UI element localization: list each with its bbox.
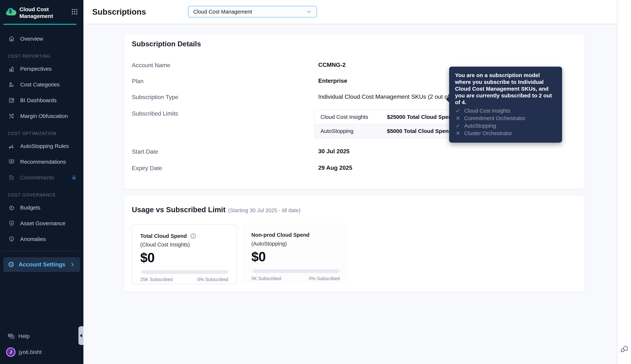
account-name-value: CCMNG-2 xyxy=(318,62,346,68)
plan-label: Plan xyxy=(132,78,143,84)
home-icon xyxy=(8,35,16,43)
username: jyoti.bisht xyxy=(19,349,42,355)
app-grid-icon[interactable] xyxy=(71,8,78,16)
sidebar-item-label: Anomalies xyxy=(20,236,46,242)
usage-card-total-cloud-spend: Total Cloud Spend (Cloud Cost Insights) … xyxy=(132,224,237,284)
collapse-arrow-icon xyxy=(80,334,82,338)
start-date-value: 30 Jul 2025 xyxy=(318,148,350,155)
shield-dollar-icon: $ xyxy=(8,220,16,227)
sidebar-item-label: Overview xyxy=(20,36,43,42)
sidebar-item-cost-categories[interactable]: Cost Categories xyxy=(0,77,83,92)
sidebar-item-account-settings[interactable]: ⚙ Account Settings xyxy=(3,257,80,272)
usage-title: Usage vs Subscribed Limit xyxy=(132,206,226,214)
sidebar-item-budgets[interactable]: $ Budgets xyxy=(0,200,83,216)
subscription-type-tooltip: You are on a subscription model where yo… xyxy=(449,67,562,143)
sidebar-section-cost-optimization: COST OPTIMIZATION xyxy=(0,129,83,138)
usage-progress-bar xyxy=(140,270,228,274)
check-icon: ✓ xyxy=(455,107,461,114)
sidebar-item-margin-obfuscation[interactable]: Margin Obfuscation xyxy=(0,108,83,124)
sidebar-item-recommendations[interactable]: Recommendations xyxy=(0,154,83,170)
cross-icon: ✕ xyxy=(455,130,461,137)
sku-name: Commitment Orchestrator xyxy=(464,114,525,122)
card-spend-value: $0 xyxy=(140,250,154,265)
sku-name: Cloud Cost Insights xyxy=(464,107,510,114)
sku-limit-cell: $5000 Total Cloud Spend xyxy=(387,128,452,134)
sidebar-item-label: Cost Categories xyxy=(20,82,60,88)
sidebar-item-overview[interactable]: Overview xyxy=(0,31,83,47)
usage-progress-fill xyxy=(140,270,142,274)
usage-progress-fill xyxy=(251,269,253,273)
sidebar-item-label: BI Dashboards xyxy=(20,97,57,104)
help-button[interactable]: ? Help xyxy=(0,330,83,342)
subscribed-percent-label: 0% Subscribed xyxy=(197,277,228,282)
sidebar-section-cost-reporting: COST REPORTING xyxy=(0,52,83,61)
suggestion-bubble-icon xyxy=(8,158,16,166)
account-name-label: Account Name xyxy=(132,62,170,69)
expiry-date-label: Expiry Date xyxy=(132,165,162,172)
chat-bubbles-icon[interactable] xyxy=(620,344,629,354)
svg-text:$: $ xyxy=(9,8,12,14)
usage-progress-bar xyxy=(251,269,340,273)
check-icon: ✓ xyxy=(455,122,461,130)
app-logo-row: $ Cloud Cost Management xyxy=(0,0,83,24)
sidebar-item-autostopping-rules[interactable]: AutoStopping Rules xyxy=(0,138,83,154)
sidebar-item-commitments[interactable]: Commitments xyxy=(0,170,83,186)
sidebar-item-bi-dashboards[interactable]: BI Dashboards xyxy=(0,92,83,108)
main-area: Subscriptions Cloud Cost Management Subs… xyxy=(83,0,617,364)
card-title: Total Cloud Spend xyxy=(140,233,187,239)
piggy-bank-icon: $ xyxy=(8,204,16,212)
subscription-type-value-row: Individual Cloud Cost Management SKUs (2… xyxy=(318,94,465,100)
page-title: Subscriptions xyxy=(92,7,146,16)
sidebar-item-perspectives[interactable]: Perspectives xyxy=(0,61,83,77)
module-selector[interactable]: Cloud Cost Management xyxy=(188,6,317,18)
sidebar-item-label: Budgets xyxy=(20,204,40,211)
tooltip-text: You are on a subscription model where yo… xyxy=(455,72,556,106)
subscribed-limits-label: Subscribed Limits xyxy=(132,110,178,117)
sku-name-cell: AutoStopping xyxy=(315,128,387,134)
sidebar-collapse-handle[interactable] xyxy=(78,326,83,345)
app-title: Cloud Cost Management xyxy=(20,6,62,20)
plan-value: Enterprise xyxy=(318,78,347,84)
shapes-icon xyxy=(8,81,16,88)
right-toolbar xyxy=(617,0,631,364)
info-icon[interactable] xyxy=(190,233,196,239)
subscribed-percent-label: 0% Subscribed xyxy=(309,276,340,281)
subscribed-amount-label: 5K Subscribed xyxy=(251,276,281,281)
sidebar-section-cost-governance: COST GOVERNANCE xyxy=(0,190,83,200)
help-label: Help xyxy=(18,333,30,339)
sku-name: AutoStopping xyxy=(464,122,496,130)
content-area: Subscription Details Account Name CCMNG-… xyxy=(83,24,617,364)
card-title-row: Non-prod Cloud Spend xyxy=(251,232,309,238)
sidebar-item-label: Perspectives xyxy=(20,66,52,72)
gear-icon: ⚙ xyxy=(8,261,15,268)
sidebar-item-anomalies[interactable]: Anomalies xyxy=(0,231,83,247)
card-footer: 5K Subscribed 0% Subscribed xyxy=(251,276,340,281)
start-date-label: Start Date xyxy=(132,148,158,155)
dashboard-icon xyxy=(8,96,16,104)
card-title-row: Total Cloud Spend xyxy=(140,233,196,239)
sku-limit-cell: $25000 Total Cloud Spend xyxy=(387,114,455,120)
chevron-down-icon xyxy=(306,9,312,14)
list-item: ✓ AutoStopping xyxy=(455,122,556,130)
help-chat-icon: ? xyxy=(7,332,15,340)
subscription-type-value: Individual Cloud Cost Management SKUs (2… xyxy=(318,94,456,100)
sidebar-item-asset-governance[interactable]: $ Asset Governance xyxy=(0,216,83,231)
card-subtitle: (Cloud Cost Insights) xyxy=(140,242,190,248)
list-item: ✕ Commitment Orchestrator xyxy=(455,114,556,122)
sku-name: Cluster Orchestrator xyxy=(464,130,512,137)
svg-text:?: ? xyxy=(9,334,11,337)
bar-chart-icon xyxy=(8,65,16,73)
lock-icon xyxy=(71,175,77,180)
usage-subtitle: (Starting 30 Jul 2025 - till date) xyxy=(228,208,300,214)
avatar: J xyxy=(6,348,16,357)
sidebar-item-label: Commitments xyxy=(20,174,54,181)
chevron-right-icon xyxy=(70,262,75,267)
svg-text:$: $ xyxy=(11,222,12,225)
user-menu[interactable]: J jyoti.bisht xyxy=(0,342,83,364)
sidebar-nav: Overview COST REPORTING Perspectives Cos… xyxy=(0,25,83,364)
clock-history-icon xyxy=(8,174,16,182)
svg-text:$: $ xyxy=(11,206,12,209)
sidebar-item-label: AutoStopping Rules xyxy=(20,143,69,149)
usage-card-nonprod-cloud-spend: Non-prod Cloud Spend (AutoStopping) $0 5… xyxy=(243,224,348,283)
list-item: ✓ Cloud Cost Insights xyxy=(455,107,556,114)
